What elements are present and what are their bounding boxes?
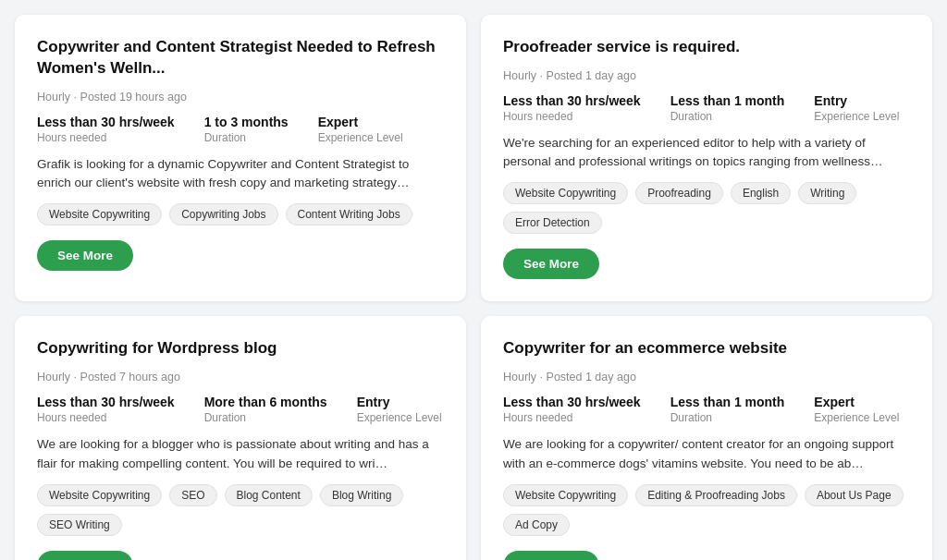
stat-label: Experience Level: [814, 110, 899, 123]
tag: Website Copywriting: [37, 203, 162, 225]
stat-label: Hours needed: [503, 411, 641, 424]
tag: English: [731, 182, 791, 204]
card-title: Proofreader service is required.: [503, 37, 910, 58]
tag: Blog Writing: [320, 484, 403, 506]
stat-item-1: Less than 30 hrs/weekHours needed: [37, 395, 175, 424]
see-more-button[interactable]: See More: [503, 249, 599, 279]
tag: Content Writing Jobs: [286, 203, 412, 225]
card-description: Grafik is looking for a dynamic Copywrit…: [37, 155, 444, 193]
stat-item-2: 1 to 3 monthsDuration: [204, 115, 289, 144]
stat-item-3: EntryExperience Level: [814, 93, 899, 123]
stat-item-2: More than 6 monthsDuration: [204, 395, 327, 424]
card-meta: Hourly · Posted 1 day ago: [503, 371, 910, 383]
card-stats: Less than 30 hrs/weekHours neededLess th…: [503, 395, 910, 424]
stat-value: Entry: [357, 395, 442, 409]
stat-item-1: Less than 30 hrs/weekHours needed: [503, 395, 641, 424]
card-description: We're searching for an experienced edito…: [503, 134, 910, 172]
stat-label: Duration: [204, 411, 327, 424]
tag: Website Copywriting: [37, 484, 162, 506]
stat-item-3: ExpertExperience Level: [814, 395, 899, 424]
tag: Writing: [798, 182, 856, 204]
tag: Website Copywriting: [503, 182, 628, 204]
stat-label: Experience Level: [318, 131, 403, 144]
card-title: Copywriter for an ecommerce website: [503, 338, 910, 359]
card-tags: Website CopywritingEditing & Proofreadin…: [503, 484, 910, 536]
card-title: Copywriter and Content Strategist Needed…: [37, 37, 444, 79]
card-description: We are looking for a blogger who is pass…: [37, 435, 444, 473]
card-stats: Less than 30 hrs/weekHours needed1 to 3 …: [37, 115, 444, 144]
job-card-2: Proofreader service is required.Hourly ·…: [481, 15, 932, 301]
stat-item-3: EntryExperience Level: [357, 395, 442, 424]
stat-value: 1 to 3 months: [204, 115, 289, 129]
stat-value: Less than 1 month: [670, 395, 785, 409]
see-more-button[interactable]: See More: [37, 240, 133, 271]
stat-label: Hours needed: [37, 411, 175, 424]
stat-value: Entry: [814, 93, 899, 108]
stat-label: Duration: [670, 110, 785, 123]
card-tags: Website CopywritingSEOBlog ContentBlog W…: [37, 484, 444, 536]
card-stats: Less than 30 hrs/weekHours neededLess th…: [503, 93, 910, 123]
card-meta: Hourly · Posted 19 hours ago: [37, 91, 444, 103]
job-card-3: Copywriting for Wordpress blogHourly · P…: [15, 316, 466, 560]
tag: Website Copywriting: [503, 484, 628, 506]
stat-value: More than 6 months: [204, 395, 327, 409]
tag: SEO: [169, 484, 216, 506]
stat-value: Less than 30 hrs/week: [37, 395, 175, 409]
tag: Copywriting Jobs: [169, 203, 277, 225]
see-more-button[interactable]: See More: [37, 551, 133, 560]
card-stats: Less than 30 hrs/weekHours neededMore th…: [37, 395, 444, 424]
stat-value: Less than 30 hrs/week: [503, 93, 641, 108]
stat-value: Less than 30 hrs/week: [37, 115, 175, 129]
tag: SEO Writing: [37, 514, 122, 536]
tag: Ad Copy: [503, 514, 570, 536]
job-card-1: Copywriter and Content Strategist Needed…: [15, 15, 466, 301]
stat-label: Duration: [204, 131, 289, 144]
card-meta: Hourly · Posted 7 hours ago: [37, 371, 444, 383]
stat-value: Expert: [814, 395, 899, 409]
job-card-4: Copywriter for an ecommerce websiteHourl…: [481, 316, 932, 560]
stat-item-2: Less than 1 monthDuration: [670, 395, 785, 424]
stat-label: Hours needed: [503, 110, 641, 123]
jobs-grid: Copywriter and Content Strategist Needed…: [15, 15, 932, 560]
tag: Error Detection: [503, 212, 602, 234]
stat-item-3: ExpertExperience Level: [318, 115, 403, 144]
card-tags: Website CopywritingCopywriting JobsConte…: [37, 203, 444, 225]
tag: Proofreading: [635, 182, 723, 204]
tag: Editing & Proofreading Jobs: [635, 484, 797, 506]
card-meta: Hourly · Posted 1 day ago: [503, 69, 910, 82]
stat-label: Experience Level: [814, 411, 899, 424]
stat-item-2: Less than 1 monthDuration: [670, 93, 785, 123]
stat-label: Experience Level: [357, 411, 442, 424]
card-title: Copywriting for Wordpress blog: [37, 338, 444, 359]
stat-label: Hours needed: [37, 131, 175, 144]
stat-item-1: Less than 30 hrs/weekHours needed: [503, 93, 641, 123]
card-tags: Website CopywritingProofreadingEnglishWr…: [503, 182, 910, 234]
tag: About Us Page: [805, 484, 904, 506]
tag: Blog Content: [225, 484, 313, 506]
stat-value: Less than 30 hrs/week: [503, 395, 641, 409]
stat-value: Expert: [318, 115, 403, 129]
see-more-button[interactable]: See More: [503, 551, 599, 560]
stat-value: Less than 1 month: [670, 93, 785, 108]
stat-label: Duration: [670, 411, 785, 424]
card-description: We are looking for a copywriter/ content…: [503, 435, 910, 473]
stat-item-1: Less than 30 hrs/weekHours needed: [37, 115, 175, 144]
